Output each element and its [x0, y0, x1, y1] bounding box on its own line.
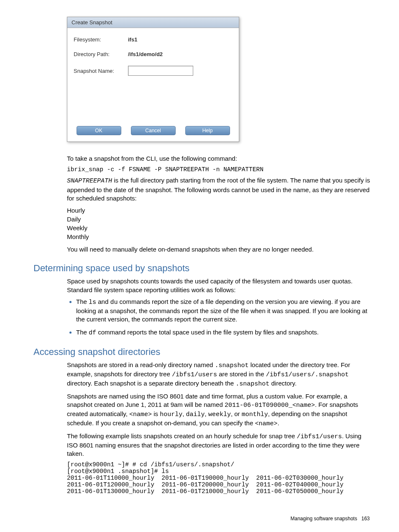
- dialog-title: Create Snapshot: [67, 17, 239, 28]
- footer-text: Managing software snapshots: [291, 516, 357, 522]
- filesystem-label: Filesystem:: [74, 36, 128, 43]
- footer-page: 163: [361, 516, 370, 522]
- snapshot-name-input[interactable]: [128, 66, 193, 76]
- directory-path-row: Directory Path: /ifs1/demo/d2: [74, 51, 233, 57]
- access-p3: The following example lists snapshots cr…: [67, 432, 374, 458]
- directory-path-label: Directory Path:: [74, 51, 128, 57]
- filesystem-value: ifs1: [128, 36, 137, 43]
- section-heading-space: Determining space used by snapshots: [33, 263, 374, 274]
- cli-command: ibrix_snap -c -f FSNAME -P SNAPTREEPATH …: [67, 166, 374, 173]
- page-footer: Managing software snapshots 163: [25, 516, 374, 522]
- section1-content: Space used by snapshots counts towards t…: [67, 277, 374, 337]
- bullet-ls-du: The ls and du commands report the size o…: [76, 298, 374, 324]
- space-intro: Space used by snapshots counts towards t…: [67, 277, 374, 294]
- snapshot-ls-output: [root@x9000n1 ~]# # cd /ibfs1/users/.sna…: [67, 461, 374, 495]
- section-heading-access: Accessing snapshot directories: [33, 347, 374, 357]
- space-bullets: The ls and du commands report the size o…: [67, 298, 374, 337]
- cancel-button[interactable]: Cancel: [131, 126, 176, 135]
- snaptreepath-desc: is the full directory path starting from…: [67, 177, 370, 202]
- reserved-weekly: Weekly: [67, 224, 374, 232]
- ok-button[interactable]: OK: [77, 126, 121, 135]
- snapshot-name-row: Snapshot Name:: [74, 66, 233, 76]
- cli-intro-text: To take a snapshot from the CLI, use the…: [67, 154, 374, 163]
- dialog-body: Filesystem: ifs1 Directory Path: /ifs1/d…: [67, 28, 239, 88]
- dialog-button-bar: OK Cancel Help: [67, 122, 239, 141]
- bullet-df: The df command reports the total space u…: [76, 328, 374, 337]
- body-content: To take a snapshot from the CLI, use the…: [67, 154, 374, 254]
- snaptreepath-paragraph: SNAPTREEPATH is the full directory path …: [67, 176, 374, 203]
- reserved-monthly: Monthly: [67, 232, 374, 241]
- directory-path-value: /ifs1/demo/d2: [128, 51, 163, 57]
- filesystem-row: Filesystem: ifs1: [74, 36, 233, 43]
- snapshot-name-label: Snapshot Name:: [74, 68, 128, 74]
- reserved-hourly: Hourly: [67, 206, 374, 215]
- access-p2: Snapshots are named using the ISO 8601 d…: [67, 392, 374, 429]
- reserved-daily: Daily: [67, 215, 374, 224]
- section2-content: Snapshots are stored in a read-only dire…: [67, 361, 374, 495]
- access-p1: Snapshots are stored in a read-only dire…: [67, 361, 374, 389]
- reserved-words-list: Hourly Daily Weekly Monthly: [67, 206, 374, 241]
- manual-delete-text: You will need to manually delete on-dema…: [67, 245, 374, 254]
- snaptreepath-code: SNAPTREEPATH: [67, 177, 112, 185]
- help-button[interactable]: Help: [185, 126, 230, 135]
- create-snapshot-dialog: Create Snapshot Filesystem: ifs1 Directo…: [67, 17, 239, 142]
